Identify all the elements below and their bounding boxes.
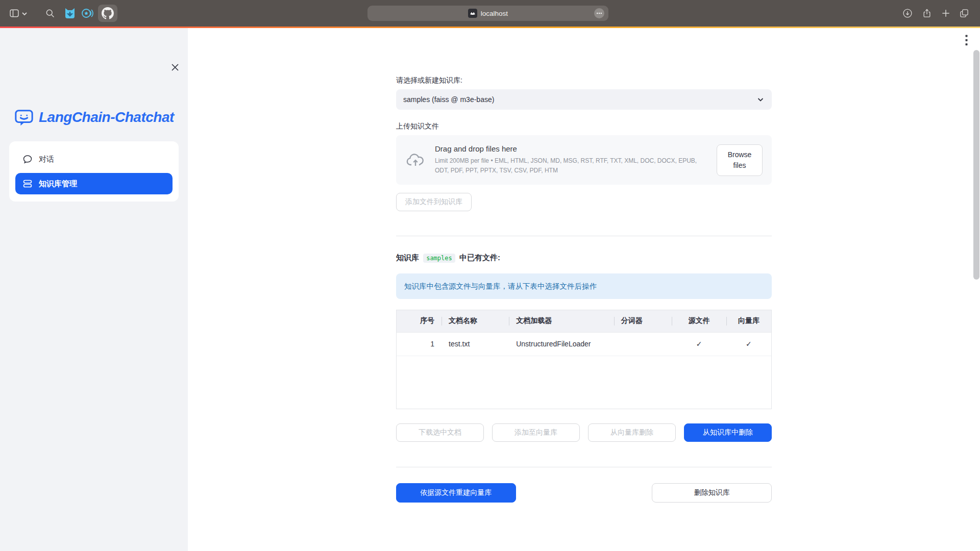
site-favicon	[468, 9, 477, 18]
chatchat-logo-icon	[14, 108, 34, 127]
browse-files-button[interactable]: Browse files	[717, 144, 763, 176]
col-header-vectorstore[interactable]: 向量库	[726, 310, 771, 332]
col-header-loader[interactable]: 文档加载器	[509, 310, 614, 332]
col-header-index[interactable]: 序号	[397, 310, 442, 332]
delete-from-vectorstore-button[interactable]: 从向量库删除	[588, 423, 676, 442]
nav-item-label: 对话	[39, 155, 54, 164]
rebuild-vectorstore-button[interactable]: 依据源文件重建向量库	[396, 483, 516, 503]
sidebar: LangChain-Chatchat 对话 知识库管理	[0, 28, 188, 551]
nav-item-label: 知识库管理	[39, 179, 77, 189]
chevron-down-icon	[756, 95, 765, 104]
kb-level-buttons: 依据源文件重建向量库 删除知识库	[396, 483, 772, 503]
uploader-label: 上传知识文件	[396, 122, 772, 131]
pinned-tab-record-icon[interactable]	[81, 7, 94, 20]
main-menu-kebab-icon[interactable]	[962, 34, 971, 47]
cell-docname[interactable]: test.txt	[442, 332, 509, 356]
section-divider	[396, 467, 772, 467]
delete-kb-button[interactable]: 删除知识库	[652, 483, 772, 503]
col-header-splitter[interactable]: 分词器	[614, 310, 672, 332]
tab-overview-icon[interactable]	[959, 8, 969, 18]
kb-select-value: samples (faiss @ m3e-base)	[403, 95, 756, 104]
table-row[interactable]: 1 test.txt UnstructuredFileLoader ✓ ✓	[397, 332, 771, 356]
sidebar-toggle-icon[interactable]	[9, 8, 19, 18]
file-action-buttons: 下载选中文档 添加至向量库 从向量库删除 从知识库中删除	[396, 423, 772, 442]
cell-vectorstore-check[interactable]: ✓	[726, 332, 771, 356]
kb-files-table: 序号 文档名称 文档加载器 分词器 源文件 向量库 1 test.txt Uns	[396, 310, 772, 409]
database-icon	[22, 179, 33, 189]
info-alert-text: 知识库中包含源文件与向量库，请从下表中选择文件后操作	[404, 282, 597, 291]
url-text: localhost	[481, 10, 508, 17]
nav-item-chat[interactable]: 对话	[15, 148, 173, 170]
browser-toolbar: localhost	[0, 0, 980, 27]
col-header-docname[interactable]: 文档名称	[442, 310, 509, 332]
info-alert: 知识库中包含源文件与向量库，请从下表中选择文件后操作	[396, 273, 772, 299]
kb-name-code: samples	[423, 254, 455, 263]
download-selected-button[interactable]: 下载选中文档	[396, 423, 484, 442]
add-files-to-kb-button[interactable]: 添加文件到知识库	[396, 193, 472, 211]
sidebar-close-icon[interactable]	[170, 63, 180, 72]
file-dropzone[interactable]: Drag and drop files here Limit 200MB per…	[396, 135, 772, 185]
downloads-icon[interactable]	[902, 8, 913, 18]
nav-item-kb-management[interactable]: 知识库管理	[15, 173, 173, 194]
cell-loader[interactable]: UnstructuredFileLoader	[509, 332, 614, 356]
sidebar-nav: 对话 知识库管理	[9, 141, 179, 202]
delete-from-kb-button[interactable]: 从知识库中删除	[684, 423, 772, 442]
dropzone-limit-text: Limit 200MB per file • EML, HTML, JSON, …	[435, 156, 700, 175]
cell-index[interactable]: 1	[397, 332, 442, 356]
pinned-tab-app-icon[interactable]	[63, 7, 77, 20]
table-header-row: 序号 文档名称 文档加载器 分词器 源文件 向量库	[397, 310, 771, 332]
page-settings-icon[interactable]	[594, 8, 604, 18]
search-icon[interactable]	[45, 8, 55, 18]
address-bar[interactable]: localhost	[368, 6, 608, 21]
kb-heading-suffix: 中已有文件:	[459, 253, 500, 262]
col-header-sourcefile[interactable]: 源文件	[672, 310, 726, 332]
new-tab-icon[interactable]	[941, 8, 951, 18]
dropzone-title: Drag and drop files here	[435, 144, 700, 153]
app-logo-text: LangChain-Chatchat	[39, 109, 174, 126]
cell-sourcefile-check[interactable]: ✓	[672, 332, 726, 356]
github-icon	[102, 7, 114, 19]
kb-files-heading: 知识库 samples 中已有文件:	[396, 253, 772, 263]
kb-heading-prefix: 知识库	[396, 253, 419, 262]
share-icon[interactable]	[922, 8, 932, 18]
main-area: 请选择或新建知识库: samples (faiss @ m3e-base) 上传…	[188, 28, 980, 551]
cell-splitter[interactable]	[614, 332, 672, 356]
scrollbar-thumb[interactable]	[973, 50, 979, 280]
toolbar-chevron-down-icon[interactable]	[21, 11, 28, 17]
add-to-vectorstore-button[interactable]: 添加至向量库	[492, 423, 580, 442]
app-logo: LangChain-Chatchat	[14, 108, 174, 127]
github-tab[interactable]	[98, 5, 117, 22]
section-divider	[396, 236, 772, 236]
kb-select-label: 请选择或新建知识库:	[396, 76, 772, 85]
cloud-upload-icon	[405, 150, 426, 170]
bottom-row-spacer	[524, 483, 644, 503]
kb-select[interactable]: samples (faiss @ m3e-base)	[396, 89, 772, 110]
chat-bubble-icon	[22, 154, 33, 164]
table-empty-area	[397, 356, 771, 409]
